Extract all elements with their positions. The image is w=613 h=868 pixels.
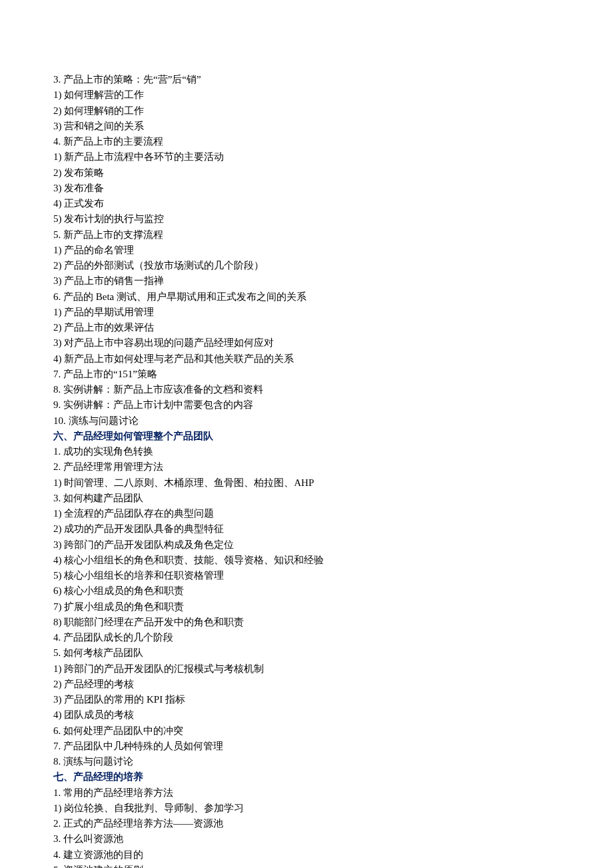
outline-line: 5. 新产品上市的支撑流程 <box>53 227 560 243</box>
outline-line: 3) 跨部门的产品开发团队构成及角色定位 <box>53 537 560 553</box>
outline-line: 1) 新产品上市流程中各环节的主要活动 <box>53 149 560 165</box>
outline-line: 8) 职能部门经理在产品开发中的角色和职责 <box>53 615 560 630</box>
outline-line: 9. 实例讲解：产品上市计划中需要包含的内容 <box>53 397 560 413</box>
outline-line: 2) 发布策略 <box>53 165 560 181</box>
outline-line: 3. 什么叫资源池 <box>53 831 560 847</box>
outline-line: 1) 全流程的产品团队存在的典型问题 <box>53 506 560 521</box>
outline-line: 4) 核心小组组长的角色和职责、技能、领导资格、知识和经验 <box>53 553 560 568</box>
section-heading: 七、产品经理的培养 <box>53 769 560 785</box>
outline-line: 3) 对产品上市中容易出现的问题产品经理如何应对 <box>53 335 560 351</box>
outline-line: 4. 建立资源池的目的 <box>53 847 560 863</box>
outline-line: 3. 如何构建产品团队 <box>53 491 560 506</box>
outline-line: 6. 如何处理产品团队中的冲突 <box>53 723 560 739</box>
outline-line: 1. 成功的实现角色转换 <box>53 444 560 459</box>
outline-line: 4) 正式发布 <box>53 196 560 211</box>
outline-line: 2) 产品上市的效果评估 <box>53 320 560 335</box>
outline-line: 3) 发布准备 <box>53 181 560 196</box>
outline-line: 7. 产品团队中几种特殊的人员如何管理 <box>53 739 560 754</box>
outline-line: 5) 核心小组组长的培养和任职资格管理 <box>53 568 560 583</box>
outline-line: 1) 产品的早期试用管理 <box>53 305 560 320</box>
outline-line: 3) 产品上市的销售一指禅 <box>53 273 560 289</box>
outline-line: 8. 实例讲解：新产品上市应该准备的文档和资料 <box>53 382 560 397</box>
outline-line: 10. 演练与问题讨论 <box>53 413 560 429</box>
outline-line: 7) 扩展小组成员的角色和职责 <box>53 599 560 615</box>
outline-line: 2) 产品的外部测试（投放市场测试的几个阶段） <box>53 258 560 273</box>
outline-line: 2) 如何理解销的工作 <box>53 103 560 119</box>
outline-line: 1) 时间管理、二八原则、木桶原理、鱼骨图、柏拉图、AHP <box>53 475 560 491</box>
outline-line: 8. 演练与问题讨论 <box>53 754 560 769</box>
outline-line: 3) 产品团队的常用的 KPI 指标 <box>53 692 560 707</box>
section-heading: 六、产品经理如何管理整个产品团队 <box>53 429 560 444</box>
outline-line: 1) 如何理解营的工作 <box>53 87 560 103</box>
outline-line: 3) 营和销之间的关系 <box>53 119 560 134</box>
outline-line: 4. 新产品上市的主要流程 <box>53 134 560 149</box>
document-page: 3. 产品上市的策略：先“营”后“销”1) 如何理解营的工作2) 如何理解销的工… <box>0 0 613 868</box>
outline-line: 5. 如何考核产品团队 <box>53 645 560 661</box>
outline-line: 2. 正式的产品经理培养方法――资源池 <box>53 816 560 831</box>
outline-line: 2) 成功的产品开发团队具备的典型特征 <box>53 521 560 537</box>
outline-line: 1. 常用的产品经理培养方法 <box>53 785 560 801</box>
outline-line: 4) 团队成员的考核 <box>53 707 560 723</box>
outline-line: 7. 产品上市的“151”策略 <box>53 367 560 382</box>
outline-line: 6) 核心小组成员的角色和职责 <box>53 583 560 599</box>
outline-line: 5) 发布计划的执行与监控 <box>53 211 560 227</box>
document-body: 3. 产品上市的策略：先“营”后“销”1) 如何理解营的工作2) 如何理解销的工… <box>53 72 560 868</box>
outline-line: 6. 产品的 Beta 测试、用户早期试用和正式发布之间的关系 <box>53 289 560 305</box>
outline-line: 2. 产品经理常用管理方法 <box>53 459 560 475</box>
outline-line: 3. 产品上市的策略：先“营”后“销” <box>53 72 560 87</box>
outline-line: 1) 跨部门的产品开发团队的汇报模式与考核机制 <box>53 661 560 677</box>
outline-line: 4. 产品团队成长的几个阶段 <box>53 630 560 645</box>
outline-line: 4) 新产品上市如何处理与老产品和其他关联产品的关系 <box>53 351 560 367</box>
outline-line: 2) 产品经理的考核 <box>53 677 560 692</box>
outline-line: 1) 产品的命名管理 <box>53 243 560 258</box>
outline-line: 5. 资源池建立的原则 <box>53 863 560 868</box>
outline-line: 1) 岗位轮换、自我批判、导师制、参加学习 <box>53 801 560 816</box>
